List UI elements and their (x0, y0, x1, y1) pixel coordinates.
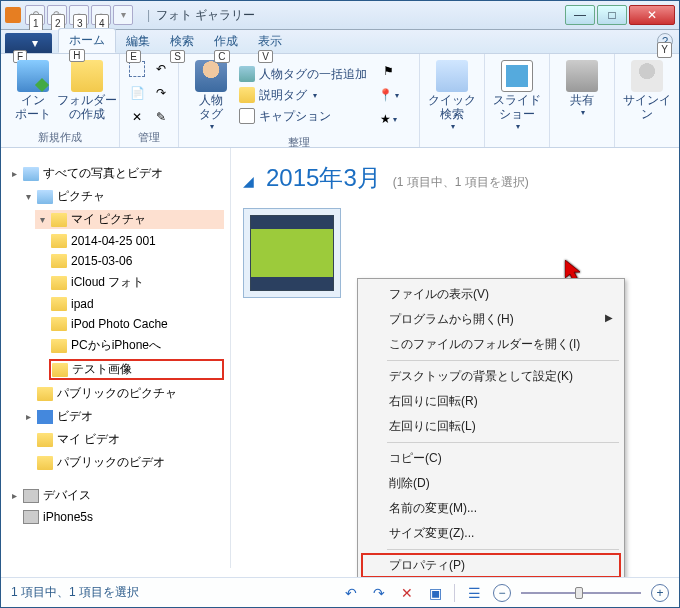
ctx-copy[interactable]: コピー(C) (361, 446, 621, 471)
ctx-open-with[interactable]: プログラムから開く(H)▶ (361, 307, 621, 332)
zoom-slider[interactable] (521, 592, 641, 594)
tree-device-iphone5s[interactable]: iPhone5s (21, 509, 224, 525)
zoom-out-button[interactable]: − (493, 584, 511, 602)
ribbon-group-slideshow: スライド ショー▾ (485, 54, 550, 147)
tree-devices[interactable]: ▸デバイス (7, 486, 224, 505)
rotate-ccw-icon[interactable]: ↶ (342, 585, 360, 601)
geotag-button[interactable]: 📍▾ (377, 84, 399, 106)
ribbon-group-new: イン ポート フォルダー の作成 新規作成 (1, 54, 120, 147)
tree-videos[interactable]: ▸ビデオ (21, 407, 224, 426)
signin-button[interactable]: サインイン (621, 58, 673, 131)
ctx-delete[interactable]: 削除(D) (361, 471, 621, 496)
folder-icon (51, 317, 67, 331)
ctx-resize[interactable]: サイズ変更(Z)... (361, 521, 621, 546)
device-icon (23, 489, 39, 503)
zoom-in-button[interactable]: + (651, 584, 669, 602)
collapse-icon[interactable]: ◢ (243, 173, 254, 189)
ctx-set-desktop-bg[interactable]: デスクトップの背景として設定(K) (361, 364, 621, 389)
tab-search[interactable]: 検索S (160, 30, 204, 53)
copy-button[interactable]: 📄 (126, 82, 148, 104)
folder-icon (51, 339, 67, 353)
share-button[interactable]: 共有▾ (556, 58, 608, 131)
month-heading: 2015年3月 (266, 162, 381, 194)
ctx-properties[interactable]: プロパティ(P) (361, 553, 621, 578)
folder-icon (51, 234, 67, 248)
close-button[interactable]: ✕ (629, 5, 675, 25)
caption-button[interactable]: キャプション (239, 108, 367, 125)
maximize-button[interactable]: □ (597, 5, 627, 25)
separator (387, 442, 619, 443)
slideshow-button[interactable]: スライド ショー▾ (491, 58, 543, 133)
thumbnail-item[interactable] (243, 208, 341, 298)
import-button[interactable]: イン ポート (7, 58, 59, 128)
ribbon-group-quicksearch: クイック 検索▾ (420, 54, 485, 147)
quick-search-button[interactable]: クイック 検索▾ (426, 58, 478, 133)
rotate-left-button[interactable]: ↶ (150, 58, 172, 80)
description-tag-button[interactable]: 説明タグ▾ (239, 87, 367, 104)
video-icon (37, 410, 53, 424)
tree-root[interactable]: ▸すべての写真とビデオ (7, 164, 224, 183)
tree-public-pictures[interactable]: パブリックのピクチャ (35, 384, 224, 403)
submenu-arrow-icon: ▶ (605, 312, 613, 323)
ribbon-group-signin: サインイン (615, 54, 679, 147)
group-label: 管理 (126, 128, 172, 145)
ribbon: イン ポート フォルダー の作成 新規作成 📄 ✕ ↶ ↷ ✎ 管理 人物 タグ… (1, 54, 679, 148)
create-folder-button[interactable]: フォルダー の作成 (61, 58, 113, 128)
qat-redo[interactable]: ↷2 (47, 5, 67, 25)
thumbnail-image (250, 215, 334, 291)
tree-item[interactable]: 2015-03-06 (49, 253, 224, 269)
qat-undo[interactable]: ↶1 (25, 5, 45, 25)
divider: | (147, 8, 150, 22)
tree-public-videos[interactable]: パブリックのビデオ (35, 453, 224, 472)
rotate-cw-icon[interactable]: ↷ (370, 585, 388, 601)
flag-button[interactable]: ⚑ (377, 60, 399, 82)
rating-button[interactable]: ★▾ (377, 108, 399, 130)
qat-btn3[interactable]: ▫3 (69, 5, 89, 25)
people-tag-button[interactable]: 人物 タグ▾ (185, 58, 237, 133)
context-menu: ファイルの表示(V) プログラムから開く(H)▶ このファイルのフォルダーを開く… (357, 278, 625, 582)
rename-button[interactable]: ✎ (150, 106, 172, 128)
ctx-rotate-left[interactable]: 左回りに回転(L) (361, 414, 621, 439)
tab-create[interactable]: 作成C (204, 30, 248, 53)
pictures-icon (23, 167, 39, 181)
signin-icon (631, 60, 663, 92)
status-text: 1 項目中、1 項目を選択 (11, 584, 139, 601)
ctx-open-folder[interactable]: このファイルのフォルダーを開く(I) (361, 332, 621, 357)
folder-icon (71, 60, 103, 92)
tree-item[interactable]: 2014-04-25 001 (49, 233, 224, 249)
details-view-icon[interactable]: ☰ (465, 585, 483, 601)
share-icon (566, 60, 598, 92)
tab-home[interactable]: ホームH (58, 28, 116, 53)
qat-btn4[interactable]: ▫4 (91, 5, 111, 25)
tree-my-videos[interactable]: マイ ビデオ (35, 430, 224, 449)
delete-icon[interactable]: ✕ (398, 585, 416, 601)
rotate-right-button[interactable]: ↷ (150, 82, 172, 104)
quick-access-toolbar: ↶1 ↷2 ▫3 ▫4 ▾ (25, 5, 133, 25)
tab-view[interactable]: 表示V (248, 30, 292, 53)
tree-item[interactable]: iCloud フォト (49, 273, 224, 292)
qat-more[interactable]: ▾ (113, 5, 133, 25)
title-bar: ↶1 ↷2 ▫3 ▫4 ▾ | フォト ギャラリー — □ ✕ (1, 1, 679, 30)
file-tab[interactable]: ▾F (5, 33, 52, 53)
minimize-button[interactable]: — (565, 5, 595, 25)
tree-item[interactable]: PCからiPhoneへ (49, 336, 224, 355)
ctx-rename[interactable]: 名前の変更(M)... (361, 496, 621, 521)
help-button[interactable]: ?Y (657, 33, 673, 49)
tree-test-images[interactable]: テスト画像 (49, 359, 224, 380)
status-bar: 1 項目中、1 項目を選択 ↶ ↷ ✕ ▣ ☰ − + (1, 577, 679, 607)
tree-item[interactable]: ipad (49, 296, 224, 312)
ctx-rotate-right[interactable]: 右回りに回転(R) (361, 389, 621, 414)
people-tag-batch-button[interactable]: 人物タグの一括追加 (239, 66, 367, 83)
delete-button[interactable]: ✕ (126, 106, 148, 128)
folder-icon (37, 456, 53, 470)
tree-pictures[interactable]: ▾ピクチャ (21, 187, 224, 206)
content-heading: ◢ 2015年3月 (1 項目中、1 項目を選択) (243, 162, 667, 194)
ctx-view-file[interactable]: ファイルの表示(V) (361, 282, 621, 307)
folder-icon (51, 213, 67, 227)
tab-edit[interactable]: 編集E (116, 30, 160, 53)
tree-my-pictures[interactable]: ▾マイ ピクチャ (35, 210, 224, 229)
folder-icon (51, 276, 67, 290)
tree-item[interactable]: iPod Photo Cache (49, 316, 224, 332)
device-icon (23, 510, 39, 524)
slideshow-icon[interactable]: ▣ (426, 585, 444, 601)
